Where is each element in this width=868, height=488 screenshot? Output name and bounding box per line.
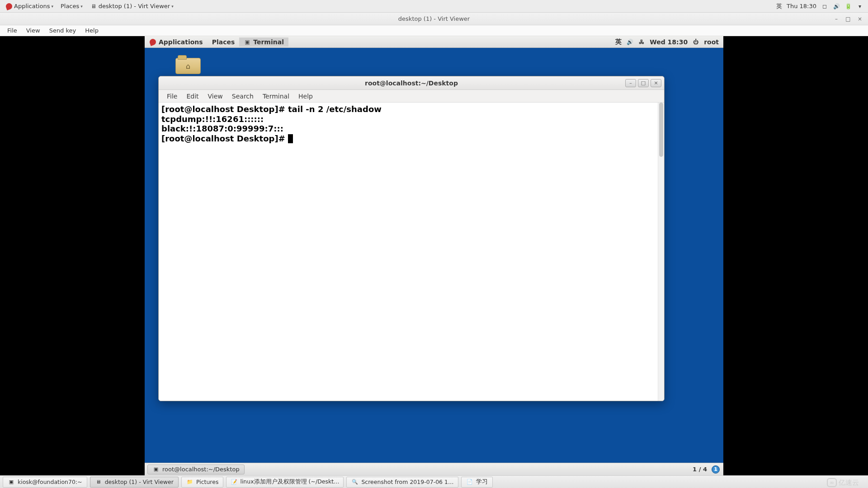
guest-bottom-bar: ▣ root@localhost:~/Desktop 1 / 4 1	[145, 463, 723, 475]
terminal-scrollbar[interactable]	[658, 103, 664, 401]
terminal-output[interactable]: [root@localhost Desktop]# tail -n 2 /etc…	[159, 103, 664, 401]
image-icon: 🔍	[351, 479, 359, 486]
guest-top-bar: Applications Places ▣ Terminal 英 🔊 🖧 Wed…	[145, 36, 723, 48]
document-icon: 📄	[466, 479, 473, 486]
vm-monitor-icon: 🖥	[95, 479, 102, 486]
volume-icon[interactable]: 🔊	[833, 3, 840, 10]
virt-viewer-menubar: File View Send key Help	[0, 25, 868, 36]
host-applications-menu[interactable]: Applications ▾	[3, 2, 56, 11]
virt-viewer-viewport: Applications Places ▣ Terminal 英 🔊 🖧 Wed…	[0, 36, 868, 475]
task-pictures[interactable]: 📁 Pictures	[181, 477, 224, 488]
task-virt-viewer[interactable]: 🖥 desktop (1) - Virt Viewer	[90, 477, 179, 488]
workspace-badge[interactable]: 1	[712, 465, 720, 474]
guest-user-label[interactable]: root	[704, 38, 719, 46]
cloud-icon: ∞	[827, 478, 837, 487]
host-top-bar: Applications ▾ Places ▾ 🖥 desktop (1) - …	[0, 0, 868, 13]
chevron-down-icon: ▾	[51, 4, 53, 9]
guest-top-right: 英 🔊 🖧 Wed 18:30 ⏻ root	[615, 38, 723, 46]
watermark-label: 亿速云	[839, 479, 859, 487]
task-study[interactable]: 📄 学习	[461, 477, 493, 488]
host-window-menu[interactable]: 🖥 desktop (1) - Virt Viewer ▾	[87, 2, 176, 11]
terminal-icon: ▣	[152, 466, 160, 473]
virt-viewer-title: desktop (1) - Virt Viewer	[0, 15, 868, 22]
terminal-title: root@localhost:~/Desktop	[159, 80, 664, 87]
chevron-down-icon: ▾	[171, 4, 174, 9]
terminal-icon: ▣	[244, 38, 251, 46]
host-applications-label: Applications	[14, 3, 50, 9]
taskbar-window-label: root@localhost:~/Desktop	[162, 466, 240, 473]
guest-terminal-button[interactable]: ▣ Terminal	[239, 38, 288, 47]
virt-viewer-titlebar[interactable]: desktop (1) - Virt Viewer – □ ×	[0, 13, 868, 25]
host-top-left: Applications ▾ Places ▾ 🖥 desktop (1) - …	[0, 2, 176, 11]
scrollbar-thumb[interactable]	[659, 103, 663, 157]
guest-applications-menu[interactable]: Applications	[145, 38, 208, 47]
host-places-menu[interactable]: Places ▾	[58, 2, 85, 10]
term-menu-file[interactable]: File	[162, 92, 182, 101]
task-label: 学习	[476, 478, 488, 486]
host-clock[interactable]: Thu 18:30	[787, 3, 816, 9]
redhat-icon	[149, 38, 156, 46]
terminal-menubar: File Edit View Search Terminal Help	[159, 90, 664, 103]
guest-terminal-label: Terminal	[253, 38, 284, 46]
task-label: Pictures	[196, 479, 219, 485]
task-kiosk-terminal[interactable]: ▣ kiosk@foundation70:~	[3, 477, 87, 488]
terminal-prompt: [root@localhost Desktop]#	[161, 134, 288, 143]
volume-icon[interactable]: 🔊	[626, 38, 633, 46]
redhat-icon	[5, 3, 13, 10]
term-menu-view[interactable]: View	[203, 92, 227, 101]
terminal-window: root@localhost:~/Desktop – □ × File Edit…	[158, 76, 665, 401]
home-folder-icon[interactable]: ⌂	[175, 54, 201, 75]
term-menu-search[interactable]: Search	[227, 92, 258, 101]
guest-clock[interactable]: Wed 18:30	[650, 38, 688, 46]
task-label: Screenshot from 2019-07-06 1…	[361, 479, 453, 485]
guest-desktop[interactable]: Applications Places ▣ Terminal 英 🔊 🖧 Wed…	[145, 36, 723, 475]
terminal-line: black:!:18087:0:99999:7:::	[161, 124, 283, 133]
terminal-line: [root@localhost Desktop]# tail -n 2 /etc…	[161, 104, 382, 114]
guest-places-menu[interactable]: Places	[208, 38, 240, 47]
folder-icon: 📁	[186, 479, 193, 486]
host-ime-indicator[interactable]: 英	[776, 2, 782, 10]
vv-menu-view[interactable]: View	[22, 26, 45, 35]
workspace-indicator[interactable]: 1 / 4	[693, 466, 707, 473]
host-top-right: 英 Thu 18:30 ◻ 🔊 🔋 ▾	[776, 2, 868, 10]
host-places-label: Places	[61, 3, 79, 9]
terminal-cursor	[288, 134, 293, 143]
vv-menu-help[interactable]: Help	[80, 26, 103, 35]
task-label: kiosk@foundation70:~	[18, 479, 82, 485]
chevron-down-icon: ▾	[80, 4, 83, 9]
host-bottom-bar: ▣ kiosk@foundation70:~ 🖥 desktop (1) - V…	[0, 475, 868, 488]
task-label: linux添加用户及权限管理 (~/Deskt…	[240, 478, 339, 486]
guest-ime-indicator[interactable]: 英	[615, 38, 622, 46]
host-window-label: desktop (1) - Virt Viewer	[99, 3, 170, 9]
terminal-icon: ▣	[8, 479, 15, 486]
guest-bottom-right: 1 / 4 1	[693, 465, 723, 474]
a11y-icon[interactable]: ◻	[821, 3, 828, 10]
network-icon[interactable]: 🖧	[638, 38, 645, 46]
house-icon: ⌂	[186, 62, 190, 70]
power-icon[interactable]: ⏻	[692, 38, 699, 46]
term-menu-edit[interactable]: Edit	[182, 92, 203, 101]
vm-monitor-icon: 🖥	[90, 3, 97, 10]
chevron-down-icon[interactable]: ▾	[856, 3, 863, 10]
document-icon: 📝	[231, 479, 237, 486]
battery-icon[interactable]: 🔋	[844, 3, 852, 10]
watermark: ∞ 亿速云	[827, 478, 859, 487]
guest-places-label: Places	[212, 38, 235, 46]
term-menu-terminal[interactable]: Terminal	[258, 92, 294, 101]
guest-applications-label: Applications	[159, 38, 203, 46]
taskbar-window-entry[interactable]: ▣ root@localhost:~/Desktop	[147, 465, 245, 474]
folder-icon: ⌂	[175, 58, 201, 74]
task-image-viewer[interactable]: 🔍 Screenshot from 2019-07-06 1…	[346, 477, 458, 488]
task-label: desktop (1) - Virt Viewer	[105, 479, 174, 485]
term-menu-help[interactable]: Help	[294, 92, 317, 101]
task-editor[interactable]: 📝 linux添加用户及权限管理 (~/Deskt…	[226, 477, 344, 488]
terminal-titlebar[interactable]: root@localhost:~/Desktop – □ ×	[159, 76, 664, 90]
terminal-line: tcpdump:!!:16261::::::	[161, 114, 264, 124]
vv-menu-sendkey[interactable]: Send key	[45, 26, 81, 35]
vv-menu-file[interactable]: File	[3, 26, 22, 35]
